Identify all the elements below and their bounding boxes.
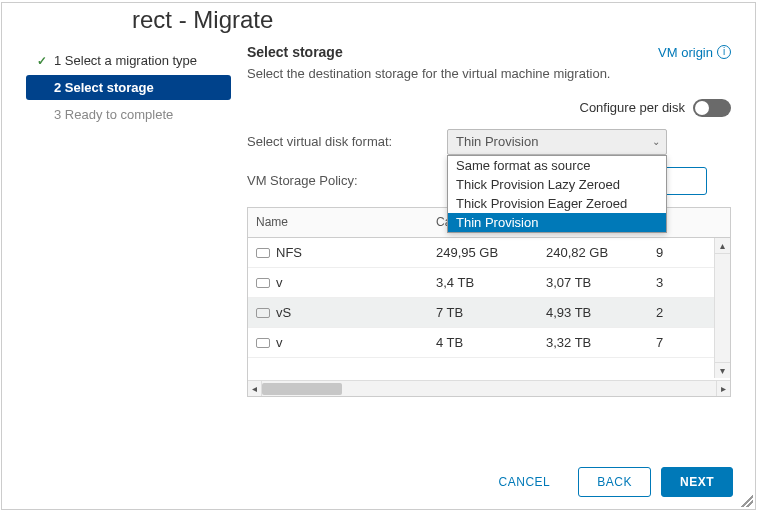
section-heading: Select storage <box>247 44 343 60</box>
configure-per-disk-label: Configure per disk <box>580 100 686 115</box>
scroll-right-icon[interactable]: ▸ <box>716 381 730 397</box>
datastore-icon <box>256 338 270 348</box>
chevron-down-icon: ⌄ <box>652 130 660 154</box>
section-description: Select the destination storage for the v… <box>247 64 731 85</box>
checkmark-icon: ✓ <box>34 54 50 68</box>
datastore-icon <box>256 248 270 258</box>
disk-format-option-selected[interactable]: Thin Provision <box>448 213 666 232</box>
configure-per-disk-toggle[interactable] <box>693 99 731 117</box>
next-button[interactable]: NEXT <box>661 467 733 497</box>
vm-origin-link[interactable]: VM origin i <box>658 45 731 60</box>
step-label: 1 Select a migration type <box>54 53 197 68</box>
scroll-up-icon[interactable]: ▴ <box>715 238 730 254</box>
step-3: 3 Ready to complete <box>26 102 231 127</box>
vm-origin-label: VM origin <box>658 45 713 60</box>
storage-policy-label: VM Storage Policy: <box>247 173 447 188</box>
disk-format-value: Thin Provision <box>456 134 538 149</box>
step-1[interactable]: ✓ 1 Select a migration type <box>26 48 231 73</box>
resize-grip-icon[interactable] <box>741 495 753 507</box>
info-icon: i <box>717 45 731 59</box>
step-2[interactable]: 2 Select storage <box>26 75 231 100</box>
datastore-table: Name Cap NFS 249,95 GB 240,82 GB 9 v 3,4… <box>247 207 731 397</box>
vertical-scrollbar[interactable]: ▴ ▾ <box>714 238 730 378</box>
col-name[interactable]: Name <box>248 215 428 229</box>
wizard-footer: CANCEL BACK NEXT <box>481 467 733 497</box>
scroll-thumb[interactable] <box>262 383 342 395</box>
disk-format-label: Select virtual disk format: <box>247 134 447 149</box>
disk-format-option[interactable]: Thick Provision Lazy Zeroed <box>448 175 666 194</box>
disk-format-dropdown: Same format as source Thick Provision La… <box>447 155 667 233</box>
step-label: 3 Ready to complete <box>54 107 173 122</box>
table-row[interactable]: NFS 249,95 GB 240,82 GB 9 <box>248 238 730 268</box>
modal-title: rect - Migrate <box>2 3 755 44</box>
table-row[interactable]: v 3,4 TB 3,07 TB 3 <box>248 268 730 298</box>
wizard-steps: ✓ 1 Select a migration type 2 Select sto… <box>26 44 231 397</box>
back-button[interactable]: BACK <box>578 467 651 497</box>
scroll-left-icon[interactable]: ◂ <box>248 381 262 397</box>
table-row[interactable]: v 4 TB 3,32 TB 7 <box>248 328 730 358</box>
horizontal-scrollbar[interactable]: ◂ ▸ <box>248 380 730 396</box>
datastore-icon <box>256 278 270 288</box>
disk-format-option[interactable]: Thick Provision Eager Zeroed <box>448 194 666 213</box>
migrate-wizard-modal: rect - Migrate ✓ 1 Select a migration ty… <box>1 2 756 510</box>
table-row-selected[interactable]: vS 7 TB 4,93 TB 2 <box>248 298 730 328</box>
cancel-button[interactable]: CANCEL <box>481 467 569 497</box>
step-label: 2 Select storage <box>54 80 154 95</box>
disk-format-option[interactable]: Same format as source <box>448 156 666 175</box>
disk-format-select[interactable]: Thin Provision ⌄ <box>447 129 667 155</box>
datastore-icon <box>256 308 270 318</box>
scroll-down-icon[interactable]: ▾ <box>715 362 730 378</box>
